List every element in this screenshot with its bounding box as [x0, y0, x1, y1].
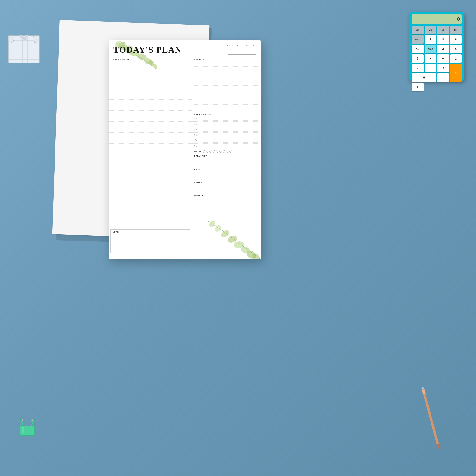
checkbox[interactable]: [194, 139, 197, 142]
water-label: WATER: [194, 151, 202, 153]
table-row: [108, 138, 192, 143]
calculator-buttons: MC MR M- M+ OFF 7 8 9 % ON/C 4 5 6 × ÷ 1…: [412, 26, 462, 91]
calc-btn-1[interactable]: 1: [450, 54, 462, 63]
list-item: [192, 133, 261, 138]
date-box[interactable]: DATE: [227, 48, 256, 54]
list-item: [112, 238, 188, 243]
schedule-header: TODAY'S SCHEDULE: [108, 57, 192, 61]
table-row: [108, 154, 192, 160]
list-item: [112, 247, 188, 251]
table-row: [108, 116, 192, 122]
title-text: TODAY'S PLAN: [113, 45, 182, 54]
calc-btn-2[interactable]: 2: [412, 64, 424, 72]
calc-btn-mminus[interactable]: M-: [437, 26, 449, 34]
calculator-display: 0: [412, 14, 462, 24]
dinner-header: DINNER: [192, 180, 261, 184]
notes-lines: [111, 234, 190, 252]
table-row: [108, 100, 192, 105]
calc-btn-mplus[interactable]: M+: [450, 26, 462, 34]
list-item: [192, 122, 261, 127]
notes-section: NOTES: [110, 229, 190, 253]
table-row: [108, 143, 192, 149]
date-section: MO TU WE TH FR SA SU DATE: [227, 45, 256, 54]
water-circle[interactable]: [223, 150, 225, 153]
notes-header: NOTES: [111, 230, 190, 234]
table-row: [108, 94, 192, 100]
calc-btn-mc[interactable]: MC: [412, 26, 424, 34]
table-row: [108, 122, 192, 127]
display-value: 0: [457, 17, 460, 22]
checkbox[interactable]: [194, 123, 197, 125]
table-row: [108, 61, 192, 67]
list-item: [192, 127, 261, 133]
calc-btn-dot[interactable]: ·: [437, 73, 449, 82]
table-row: [108, 78, 192, 83]
calc-btn-9[interactable]: 9: [450, 35, 462, 44]
svg-rect-36: [422, 389, 426, 394]
table-row: [108, 149, 192, 154]
water-circle[interactable]: [226, 150, 228, 153]
water-circle[interactable]: [206, 150, 208, 153]
svg-point-43: [32, 419, 33, 421]
water-circle[interactable]: [220, 150, 222, 153]
list-item: [112, 243, 188, 247]
water-circle[interactable]: [213, 150, 215, 153]
date-label: DATE: [229, 49, 234, 51]
checklist-section: DAILY CHEKLIST: [192, 112, 261, 149]
calc-btn-6[interactable]: 6: [412, 54, 424, 63]
table-row: [108, 133, 192, 138]
lunch-section: LUNCH: [192, 167, 261, 180]
water-circle[interactable]: [209, 150, 212, 153]
calc-btn-8[interactable]: 8: [437, 35, 449, 44]
planner-body: TODAY'S SCHEDULE: [108, 57, 261, 255]
breakfast-section: BREAKFAST: [192, 154, 261, 167]
planner-header: TODAY'S PLAN MO TU WE TH FR SA SU DATE: [108, 40, 261, 57]
list-item: [194, 62, 259, 67]
calc-btn-off[interactable]: OFF: [412, 35, 424, 44]
shirt-decoration: [7, 29, 40, 64]
svg-point-42: [22, 419, 23, 421]
table-row: [108, 165, 192, 171]
planner-title: TODAY'S PLAN: [113, 45, 182, 55]
list-item: [194, 90, 259, 95]
calc-btn-onc[interactable]: ON/C: [425, 45, 437, 53]
schedule-rows: [108, 61, 192, 182]
planner: TODAY'S PLAN MO TU WE TH FR SA SU DATE: [108, 40, 261, 259]
calc-btn-divide[interactable]: ÷: [437, 54, 449, 63]
calc-btn-5[interactable]: 5: [450, 45, 462, 53]
calc-btn-equals[interactable]: =: [450, 64, 462, 82]
right-column: PRIORITIES: [192, 57, 261, 255]
list-item: [194, 76, 259, 81]
water-circle[interactable]: [229, 150, 232, 153]
dinner-section: DINNER: [192, 180, 261, 193]
priorities-section: PRIORITIES: [192, 57, 261, 112]
water-circle[interactable]: [203, 150, 205, 153]
table-row: [108, 160, 192, 165]
table-row: [108, 105, 192, 111]
checklist-header: DAILY CHEKLIST: [192, 112, 261, 116]
checkbox[interactable]: [194, 134, 197, 136]
calc-btn-4[interactable]: 4: [437, 45, 449, 53]
breakfast-header: BREAKFAST: [192, 154, 261, 158]
checkbox[interactable]: [194, 129, 197, 131]
table-row: [108, 176, 192, 182]
calc-btn-percent[interactable]: %: [412, 45, 424, 53]
calc-btn-plus[interactable]: +: [412, 83, 424, 91]
calc-btn-multiply[interactable]: ×: [425, 54, 437, 63]
list-item: [194, 100, 259, 105]
water-circle[interactable]: [216, 150, 219, 153]
calc-btn-7[interactable]: 7: [425, 35, 437, 44]
calc-btn-3[interactable]: 3: [425, 64, 437, 72]
list-item: [194, 86, 259, 90]
binder-clip: [19, 419, 36, 440]
list-item: [194, 81, 259, 86]
table-row: [108, 127, 192, 133]
calc-btn-mr[interactable]: MR: [425, 26, 437, 34]
checkbox[interactable]: [194, 145, 197, 147]
table-row: [108, 67, 192, 72]
checkbox[interactable]: [194, 118, 197, 120]
calc-btn-0[interactable]: 0: [412, 73, 436, 82]
svg-rect-41: [22, 427, 24, 433]
calc-btn-plusminus[interactable]: +/-: [437, 64, 449, 72]
list-item: [194, 95, 259, 100]
